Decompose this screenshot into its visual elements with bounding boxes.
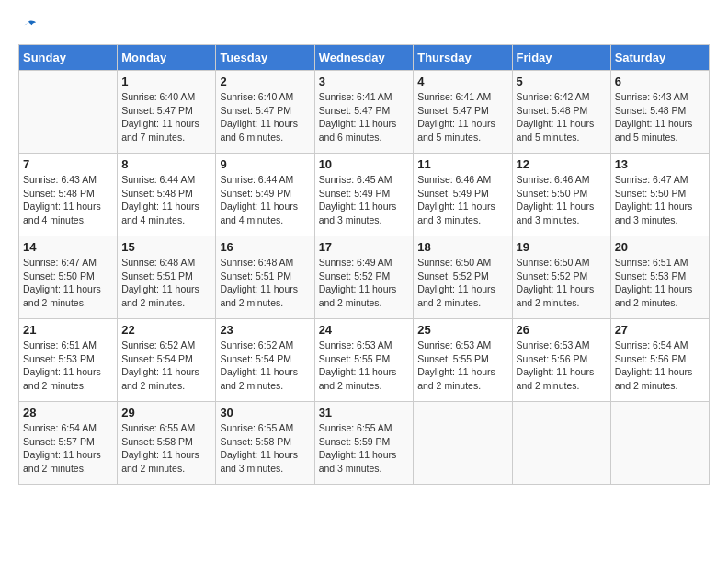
day-info: Sunrise: 6:42 AMSunset: 5:48 PMDaylight:…	[517, 90, 607, 144]
calendar-cell: 5Sunrise: 6:42 AMSunset: 5:48 PMDaylight…	[512, 71, 610, 154]
weekday-header-sunday: Sunday	[19, 45, 118, 71]
day-number: 8	[121, 157, 211, 171]
calendar-cell: 26Sunrise: 6:53 AMSunset: 5:56 PMDayligh…	[512, 319, 610, 402]
calendar-cell: 2Sunrise: 6:40 AMSunset: 5:47 PMDaylight…	[216, 71, 314, 154]
calendar-week-row: 21Sunrise: 6:51 AMSunset: 5:53 PMDayligh…	[19, 319, 710, 402]
calendar-cell: 23Sunrise: 6:52 AMSunset: 5:54 PMDayligh…	[216, 319, 314, 402]
calendar-cell: 30Sunrise: 6:55 AMSunset: 5:58 PMDayligh…	[216, 402, 314, 485]
day-info: Sunrise: 6:40 AMSunset: 5:47 PMDaylight:…	[121, 90, 211, 144]
weekday-header-row: SundayMondayTuesdayWednesdayThursdayFrid…	[19, 45, 710, 71]
calendar-cell	[512, 402, 610, 485]
calendar-cell: 16Sunrise: 6:48 AMSunset: 5:51 PMDayligh…	[216, 236, 314, 319]
logo	[18, 18, 37, 35]
day-number: 30	[220, 406, 310, 419]
day-number: 19	[517, 240, 607, 254]
day-info: Sunrise: 6:44 AMSunset: 5:49 PMDaylight:…	[220, 173, 310, 227]
day-info: Sunrise: 6:55 AMSunset: 5:58 PMDaylight:…	[220, 421, 310, 476]
calendar-cell	[19, 71, 118, 154]
calendar-cell: 1Sunrise: 6:40 AMSunset: 5:47 PMDaylight…	[118, 71, 216, 154]
day-info: Sunrise: 6:44 AMSunset: 5:48 PMDaylight:…	[121, 173, 211, 227]
weekday-header-saturday: Saturday	[610, 45, 709, 71]
calendar-cell: 11Sunrise: 6:46 AMSunset: 5:49 PMDayligh…	[414, 154, 512, 236]
day-number: 12	[517, 157, 607, 171]
day-number: 2	[220, 75, 310, 88]
calendar-cell: 18Sunrise: 6:50 AMSunset: 5:52 PMDayligh…	[414, 236, 512, 319]
calendar-cell: 13Sunrise: 6:47 AMSunset: 5:50 PMDayligh…	[610, 154, 709, 236]
day-info: Sunrise: 6:55 AMSunset: 5:59 PMDaylight:…	[319, 421, 410, 476]
day-number: 23	[220, 323, 310, 337]
day-number: 10	[319, 157, 410, 171]
logo-bird-icon	[20, 18, 37, 35]
day-info: Sunrise: 6:53 AMSunset: 5:55 PMDaylight:…	[417, 339, 507, 393]
day-info: Sunrise: 6:52 AMSunset: 5:54 PMDaylight:…	[121, 339, 211, 393]
day-number: 27	[615, 323, 705, 337]
day-number: 28	[23, 406, 113, 419]
weekday-header-tuesday: Tuesday	[216, 45, 314, 71]
day-info: Sunrise: 6:48 AMSunset: 5:51 PMDaylight:…	[220, 256, 310, 310]
calendar-week-row: 7Sunrise: 6:43 AMSunset: 5:48 PMDaylight…	[19, 154, 710, 236]
day-number: 6	[615, 75, 705, 88]
day-number: 21	[23, 323, 113, 337]
day-info: Sunrise: 6:41 AMSunset: 5:47 PMDaylight:…	[319, 90, 410, 144]
calendar-cell: 27Sunrise: 6:54 AMSunset: 5:56 PMDayligh…	[610, 319, 709, 402]
day-info: Sunrise: 6:53 AMSunset: 5:56 PMDaylight:…	[517, 339, 607, 393]
calendar-cell: 7Sunrise: 6:43 AMSunset: 5:48 PMDaylight…	[19, 154, 118, 236]
weekday-header-friday: Friday	[512, 45, 610, 71]
day-number: 31	[319, 406, 410, 419]
day-number: 11	[417, 157, 507, 171]
calendar-week-row: 14Sunrise: 6:47 AMSunset: 5:50 PMDayligh…	[19, 236, 710, 319]
day-number: 16	[220, 240, 310, 254]
day-info: Sunrise: 6:49 AMSunset: 5:52 PMDaylight:…	[319, 256, 410, 310]
weekday-header-monday: Monday	[118, 45, 216, 71]
day-number: 14	[23, 240, 113, 254]
day-info: Sunrise: 6:46 AMSunset: 5:49 PMDaylight:…	[417, 173, 507, 227]
calendar-cell: 28Sunrise: 6:54 AMSunset: 5:57 PMDayligh…	[19, 402, 118, 485]
calendar-cell: 25Sunrise: 6:53 AMSunset: 5:55 PMDayligh…	[414, 319, 512, 402]
calendar-cell: 21Sunrise: 6:51 AMSunset: 5:53 PMDayligh…	[19, 319, 118, 402]
day-number: 4	[417, 75, 507, 88]
day-info: Sunrise: 6:52 AMSunset: 5:54 PMDaylight:…	[220, 339, 310, 393]
calendar-cell: 24Sunrise: 6:53 AMSunset: 5:55 PMDayligh…	[314, 319, 414, 402]
day-number: 29	[121, 406, 211, 419]
calendar-cell: 3Sunrise: 6:41 AMSunset: 5:47 PMDaylight…	[314, 71, 414, 154]
calendar-cell: 10Sunrise: 6:45 AMSunset: 5:49 PMDayligh…	[314, 154, 414, 236]
day-info: Sunrise: 6:45 AMSunset: 5:49 PMDaylight:…	[319, 173, 410, 227]
day-number: 5	[517, 75, 607, 88]
calendar-cell: 4Sunrise: 6:41 AMSunset: 5:47 PMDaylight…	[414, 71, 512, 154]
calendar-cell: 12Sunrise: 6:46 AMSunset: 5:50 PMDayligh…	[512, 154, 610, 236]
page-header	[18, 18, 710, 35]
calendar-table: SundayMondayTuesdayWednesdayThursdayFrid…	[18, 44, 710, 485]
day-info: Sunrise: 6:54 AMSunset: 5:57 PMDaylight:…	[23, 421, 113, 476]
calendar-cell: 9Sunrise: 6:44 AMSunset: 5:49 PMDaylight…	[216, 154, 314, 236]
calendar-cell: 31Sunrise: 6:55 AMSunset: 5:59 PMDayligh…	[314, 402, 414, 485]
day-number: 3	[319, 75, 410, 88]
weekday-header-thursday: Thursday	[414, 45, 512, 71]
day-number: 26	[517, 323, 607, 337]
day-number: 7	[23, 157, 113, 171]
day-info: Sunrise: 6:51 AMSunset: 5:53 PMDaylight:…	[615, 256, 705, 310]
day-info: Sunrise: 6:51 AMSunset: 5:53 PMDaylight:…	[23, 339, 113, 393]
calendar-cell: 15Sunrise: 6:48 AMSunset: 5:51 PMDayligh…	[118, 236, 216, 319]
day-number: 24	[319, 323, 410, 337]
calendar-cell	[414, 402, 512, 485]
day-info: Sunrise: 6:48 AMSunset: 5:51 PMDaylight:…	[121, 256, 211, 310]
calendar-cell: 8Sunrise: 6:44 AMSunset: 5:48 PMDaylight…	[118, 154, 216, 236]
day-number: 1	[121, 75, 211, 88]
day-info: Sunrise: 6:53 AMSunset: 5:55 PMDaylight:…	[319, 339, 410, 393]
calendar-cell: 29Sunrise: 6:55 AMSunset: 5:58 PMDayligh…	[118, 402, 216, 485]
calendar-cell: 20Sunrise: 6:51 AMSunset: 5:53 PMDayligh…	[610, 236, 709, 319]
day-number: 9	[220, 157, 310, 171]
calendar-week-row: 28Sunrise: 6:54 AMSunset: 5:57 PMDayligh…	[19, 402, 710, 485]
day-info: Sunrise: 6:43 AMSunset: 5:48 PMDaylight:…	[615, 90, 705, 144]
calendar-cell: 6Sunrise: 6:43 AMSunset: 5:48 PMDaylight…	[610, 71, 709, 154]
day-info: Sunrise: 6:54 AMSunset: 5:56 PMDaylight:…	[615, 339, 705, 393]
calendar-week-row: 1Sunrise: 6:40 AMSunset: 5:47 PMDaylight…	[19, 71, 710, 154]
day-info: Sunrise: 6:46 AMSunset: 5:50 PMDaylight:…	[517, 173, 607, 227]
day-number: 15	[121, 240, 211, 254]
calendar-cell: 22Sunrise: 6:52 AMSunset: 5:54 PMDayligh…	[118, 319, 216, 402]
calendar-cell	[610, 402, 709, 485]
calendar-cell: 17Sunrise: 6:49 AMSunset: 5:52 PMDayligh…	[314, 236, 414, 319]
day-number: 13	[615, 157, 705, 171]
day-number: 18	[417, 240, 507, 254]
day-number: 20	[615, 240, 705, 254]
